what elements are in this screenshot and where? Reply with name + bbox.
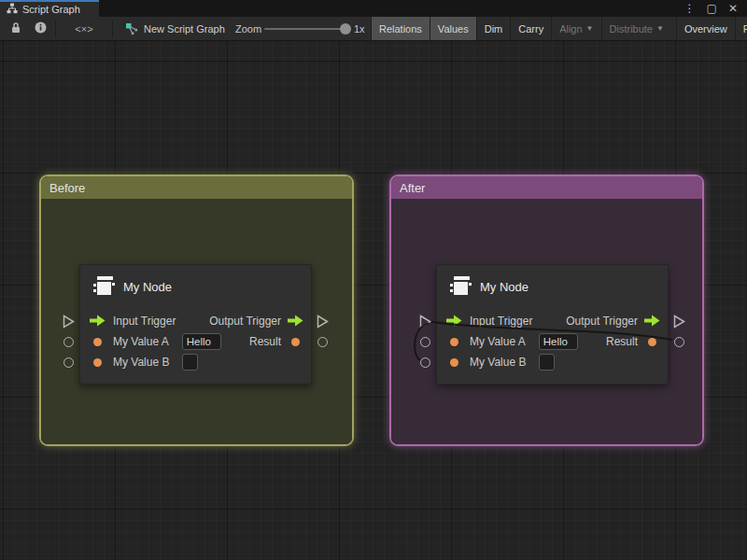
- node-header: My Node: [92, 273, 172, 300]
- green-arrow-icon: [446, 315, 462, 329]
- distribute-dropdown-button[interactable]: Distribute ▼: [601, 17, 671, 40]
- toolbar-buttons: Relations Values Dim Carry Align ▼ Distr…: [371, 17, 747, 40]
- node-my-node-before[interactable]: My Node Input Trigger Output Trigger: [79, 264, 312, 385]
- my-value-b-port[interactable]: My Value B: [80, 354, 198, 371]
- button-label: Carry: [518, 23, 543, 35]
- port-row: My Value B: [437, 352, 668, 372]
- group-after-header[interactable]: After: [391, 176, 702, 199]
- unit-node-icon: [92, 273, 116, 300]
- port-row: Input Trigger Output Trigger: [80, 311, 311, 331]
- chevron-down-icon: ▼: [656, 24, 664, 33]
- value-a-input[interactable]: [539, 333, 578, 350]
- value-b-input[interactable]: [182, 354, 198, 371]
- my-value-a-port[interactable]: My Value A: [437, 333, 578, 350]
- angle-brackets-x-icon: <×>: [75, 23, 92, 35]
- zoom-slider-knob[interactable]: [340, 23, 351, 35]
- graph-canvas[interactable]: Before After: [0, 41, 747, 560]
- external-value-b-port[interactable]: [420, 357, 430, 368]
- code-preview-button[interactable]: <×>: [59, 17, 109, 40]
- external-flow-output-port[interactable]: [673, 315, 685, 330]
- port-label: My Value B: [113, 356, 169, 369]
- orange-dot-icon: [450, 358, 458, 367]
- node-title: My Node: [123, 280, 172, 294]
- orange-dot-icon: [450, 338, 458, 346]
- group-label: After: [400, 181, 425, 195]
- port-label: Output Trigger: [209, 315, 281, 328]
- external-value-a-port[interactable]: [63, 337, 74, 347]
- zoom-slider-track[interactable]: [264, 28, 346, 30]
- port-label: My Value A: [470, 335, 526, 348]
- node-my-node-after[interactable]: My Node Input Trigger Output Trigger: [436, 264, 669, 385]
- carry-button[interactable]: Carry: [510, 17, 551, 40]
- zoom-label: Zoom: [235, 17, 261, 40]
- output-trigger-port[interactable]: Output Trigger: [209, 311, 311, 331]
- external-result-port[interactable]: [317, 337, 328, 347]
- external-flow-output-port[interactable]: [317, 315, 329, 330]
- node-header: My Node: [448, 273, 529, 300]
- port-label: Input Trigger: [113, 315, 176, 328]
- port-label: Result: [249, 335, 281, 348]
- maximize-icon[interactable]: ▢: [703, 2, 721, 15]
- port-row: My Value A Result: [437, 331, 668, 352]
- teal-node-edges-icon: [125, 22, 138, 35]
- node-ports: Input Trigger Output Trigger My Value A: [437, 311, 668, 372]
- result-port[interactable]: Result: [249, 331, 311, 352]
- orange-dot-icon: [93, 338, 102, 346]
- external-result-port[interactable]: [674, 337, 684, 347]
- info-button[interactable]: [28, 17, 52, 40]
- group-before-header[interactable]: Before: [41, 176, 352, 199]
- info-circle-icon: [35, 21, 47, 35]
- external-value-a-port[interactable]: [420, 337, 430, 347]
- node-title: My Node: [480, 280, 529, 294]
- button-label: Overview: [684, 23, 727, 35]
- button-label: Relations: [379, 23, 422, 35]
- input-trigger-port[interactable]: Input Trigger: [437, 315, 532, 329]
- port-row: My Value A Result: [80, 331, 311, 352]
- values-button[interactable]: Values: [430, 17, 476, 40]
- graph-name-label: New Script Graph: [144, 23, 225, 35]
- tab-label: Script Graph: [22, 4, 80, 15]
- output-trigger-port[interactable]: Output Trigger: [566, 311, 668, 331]
- my-value-b-port[interactable]: My Value B: [437, 354, 555, 371]
- external-flow-input-port[interactable]: [63, 315, 75, 330]
- group-label: Before: [49, 181, 85, 195]
- graph-toolbar: <×> New Script Graph Zoom 1x Relations: [0, 17, 747, 41]
- relations-button[interactable]: Relations: [371, 17, 430, 40]
- dim-button[interactable]: Dim: [476, 17, 511, 40]
- port-row: Input Trigger Output Trigger: [437, 311, 668, 331]
- port-label: Input Trigger: [470, 315, 532, 328]
- lock-button[interactable]: [4, 17, 28, 40]
- value-b-input[interactable]: [539, 354, 555, 371]
- chevron-down-icon: ▼: [586, 24, 594, 33]
- port-label: My Value A: [113, 335, 169, 348]
- toolbar-separator: [55, 20, 56, 37]
- tab-script-graph[interactable]: Script Graph: [0, 0, 99, 17]
- button-label: Distribute: [610, 23, 653, 35]
- window-controls: ⋮ ▢ ✕: [681, 0, 747, 17]
- graph-title: New Script Graph: [125, 17, 225, 40]
- padlock-icon: [10, 21, 21, 35]
- value-a-input[interactable]: [182, 333, 221, 350]
- overview-button[interactable]: Overview: [676, 17, 735, 40]
- port-row: My Value B: [80, 352, 311, 372]
- input-trigger-port[interactable]: Input Trigger: [80, 315, 176, 329]
- close-icon[interactable]: ✕: [725, 2, 741, 15]
- port-label: Output Trigger: [566, 315, 638, 328]
- script-graph-window: Script Graph ⋮ ▢ ✕: [0, 0, 747, 560]
- orange-dot-icon: [291, 338, 300, 346]
- button-label: Values: [438, 23, 469, 35]
- my-value-a-port[interactable]: My Value A: [80, 333, 221, 350]
- align-dropdown-button[interactable]: Align ▼: [551, 17, 600, 40]
- result-port[interactable]: Result: [606, 331, 668, 352]
- external-value-b-port[interactable]: [63, 357, 74, 368]
- zoom-value: 1x: [354, 17, 365, 40]
- window-menu-icon[interactable]: ⋮: [681, 2, 699, 15]
- port-label: My Value B: [470, 356, 526, 369]
- full-screen-button[interactable]: Full Screen: [735, 17, 747, 40]
- tab-bar: Script Graph ⋮ ▢ ✕: [0, 0, 747, 17]
- button-label: Align: [559, 23, 582, 35]
- green-arrow-icon: [288, 315, 303, 329]
- unit-node-icon: [448, 273, 472, 300]
- port-label: Result: [606, 335, 638, 348]
- external-flow-input-port[interactable]: [419, 315, 431, 330]
